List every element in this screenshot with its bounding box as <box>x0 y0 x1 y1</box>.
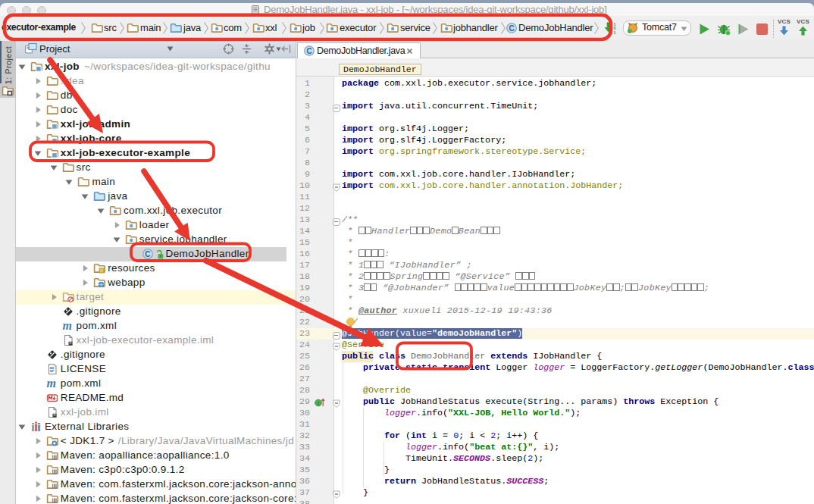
svg-text:1: 1 <box>614 30 616 35</box>
svg-text:C: C <box>145 249 151 258</box>
svg-text:C: C <box>509 24 514 33</box>
svg-text:m: m <box>46 377 56 390</box>
svg-text:m: m <box>62 320 72 332</box>
svg-text:C: C <box>306 47 312 55</box>
